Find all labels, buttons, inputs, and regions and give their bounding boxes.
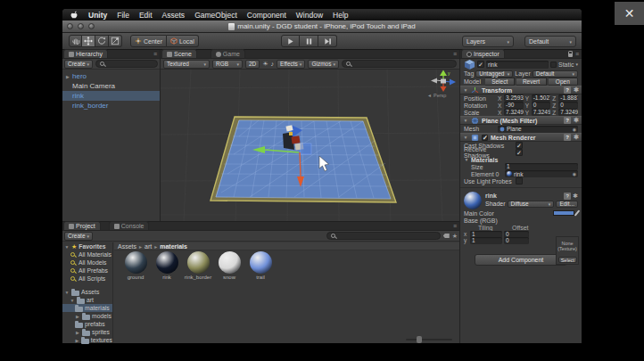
hierarchy-search-input[interactable] <box>95 60 158 68</box>
layout-dropdown[interactable]: Default▾ <box>524 36 576 47</box>
gizmo-axis-z[interactable] <box>450 79 456 86</box>
menu-unity[interactable]: Unity <box>88 11 107 20</box>
tree-item-textures[interactable]: ▶ textures <box>62 336 112 344</box>
tab-hierarchy[interactable]: Hierarchy <box>63 49 108 58</box>
chevron-down-icon[interactable]: ▾ <box>575 62 578 67</box>
gear-icon[interactable]: ✱ <box>573 193 578 200</box>
space-local-button[interactable]: Local <box>167 35 199 47</box>
tree-item-sprites[interactable]: ▶ sprites <box>62 328 112 336</box>
position-z-field[interactable]: -1.8887 <box>558 94 578 102</box>
rotation-x-field[interactable]: -90 <box>504 102 524 109</box>
tree-item-prefabs[interactable]: prefabs <box>62 320 112 328</box>
model-select-button[interactable]: Select <box>485 78 515 86</box>
menu-gameobject[interactable]: GameObject <box>194 11 237 20</box>
shader-dropdown[interactable]: Diffuse▾ <box>508 201 555 208</box>
tab-inspector[interactable]: Inspector <box>461 49 505 58</box>
panel-menu-icon[interactable]: ≡ <box>575 51 579 57</box>
gizmos-dropdown[interactable]: Gizmos▾ <box>308 60 339 69</box>
step-button[interactable] <box>318 35 337 47</box>
help-icon[interactable]: ? <box>564 193 571 200</box>
scene-viewport[interactable]: y ◄ Persp <box>161 70 459 221</box>
hierarchy-item-rink-border[interactable]: rink_border <box>62 101 160 111</box>
rink-plane-object[interactable] <box>216 120 391 199</box>
panel-menu-icon[interactable]: ≡ <box>453 223 457 229</box>
menu-component[interactable]: Component <box>247 11 286 20</box>
cast-shadows-checkbox[interactable]: ✓ <box>516 142 523 149</box>
hierarchy-item-hero[interactable]: ▶ hero <box>62 71 160 81</box>
object-picker-icon[interactable]: ◉ <box>573 171 576 176</box>
gear-icon[interactable]: ✱ <box>574 86 579 94</box>
overlay-close-button[interactable]: ✕ <box>615 2 644 25</box>
tag-dropdown[interactable]: Untagged▾ <box>475 70 513 78</box>
audio-toggle-icon[interactable]: ♪ <box>271 61 275 67</box>
eyedropper-icon[interactable] <box>574 209 581 216</box>
move-tool-button[interactable] <box>82 35 95 47</box>
tab-scene[interactable]: Scene <box>161 49 197 58</box>
foldout-icon[interactable]: ▼ <box>464 157 469 162</box>
mesh-object-field[interactable]: Plane ◉ <box>498 126 578 133</box>
project-create-button[interactable]: Create▾ <box>64 232 93 241</box>
gizmo-axis-x[interactable] <box>441 86 447 92</box>
foldout-icon[interactable]: ▼ <box>463 135 468 140</box>
pause-button[interactable] <box>300 35 318 47</box>
layer-dropdown[interactable]: Default▾ <box>533 70 578 78</box>
menu-window[interactable]: Window <box>296 11 323 20</box>
materials-foldout[interactable]: ▼ Materials <box>460 156 582 163</box>
scale-tool-button[interactable] <box>109 35 122 47</box>
lock-icon[interactable] <box>568 53 573 57</box>
object-picker-icon[interactable]: ◉ <box>573 127 576 132</box>
texture-select-button[interactable]: Select <box>558 257 577 263</box>
base-texture-slot[interactable]: None (Texture) Select <box>556 236 579 265</box>
scene-search-input[interactable] <box>342 60 457 68</box>
search-by-label-icon[interactable] <box>443 234 450 238</box>
help-icon[interactable]: ? <box>564 134 571 141</box>
model-open-button[interactable]: Open <box>549 78 578 86</box>
object-name-field[interactable]: rink <box>486 61 549 69</box>
material-preview-sphere[interactable] <box>464 192 482 209</box>
project-search-input[interactable] <box>326 232 441 240</box>
rotate-tool-button[interactable] <box>95 35 109 47</box>
asset-ground[interactable]: ground <box>122 251 149 280</box>
help-icon[interactable]: ? <box>564 117 571 124</box>
saved-search-star-icon[interactable]: ★ <box>452 233 458 240</box>
tree-item-art[interactable]: ▼ art <box>62 296 112 304</box>
menu-file[interactable]: File <box>117 11 129 20</box>
rotation-y-field[interactable]: 0 <box>532 102 551 109</box>
asset-rink[interactable]: rink <box>153 251 180 280</box>
materials-size-field[interactable]: 1 <box>505 163 578 170</box>
active-checkbox[interactable]: ✓ <box>477 61 484 68</box>
help-icon[interactable]: ? <box>564 86 571 94</box>
mesh-renderer-header[interactable]: ▼ ✓ Mesh Renderer ? ✱ <box>460 133 582 142</box>
position-x-field[interactable]: 3.25935 <box>504 94 524 102</box>
asset-trail[interactable]: trail <box>247 251 274 280</box>
favorite-all-scripts[interactable]: All Scripts <box>62 275 112 283</box>
gear-icon[interactable]: ✱ <box>574 117 579 124</box>
offset-y-field[interactable]: 0 <box>504 237 529 244</box>
render-mode-dropdown[interactable]: Textured▾ <box>163 60 210 69</box>
shader-edit-button[interactable]: Edit... <box>556 201 578 208</box>
effects-dropdown[interactable]: Effects▾ <box>277 60 305 69</box>
foldout-icon[interactable]: ▼ <box>463 87 468 93</box>
element0-object-field[interactable]: rink ◉ <box>505 170 578 177</box>
favorites-foldout[interactable]: ▼ ★ Favorites <box>62 242 112 250</box>
tree-item-assets[interactable]: ▼ Assets <box>62 288 112 296</box>
asset-rink-border[interactable]: rink_border <box>185 251 211 280</box>
tab-console[interactable]: Console <box>109 221 150 230</box>
add-component-button[interactable]: Add Component <box>475 254 567 266</box>
hierarchy-item-rink[interactable]: rink <box>62 91 160 101</box>
component-enabled-checkbox[interactable]: ✓ <box>482 135 488 141</box>
light-probes-checkbox[interactable] <box>516 177 523 185</box>
model-revert-button[interactable]: Revert <box>516 78 546 86</box>
favorite-all-materials[interactable]: All Materials <box>62 250 112 258</box>
gizmo-axis-y[interactable] <box>440 70 447 77</box>
position-y-field[interactable]: -1.5027 <box>532 94 551 102</box>
thumbnail-size-slider[interactable] <box>406 339 452 340</box>
color-mode-dropdown[interactable]: RGB▾ <box>212 60 243 69</box>
panel-menu-icon[interactable]: ≡ <box>153 51 157 57</box>
favorite-all-models[interactable]: All Models <box>62 258 112 267</box>
transform-header[interactable]: ▼ Transform ? ✱ <box>460 86 582 94</box>
pivot-center-button[interactable]: Center <box>130 35 167 47</box>
hierarchy-create-button[interactable]: Create▾ <box>64 60 93 69</box>
2d-toggle-button[interactable]: 2D <box>245 60 260 69</box>
persp-label[interactable]: Persp <box>433 93 446 98</box>
